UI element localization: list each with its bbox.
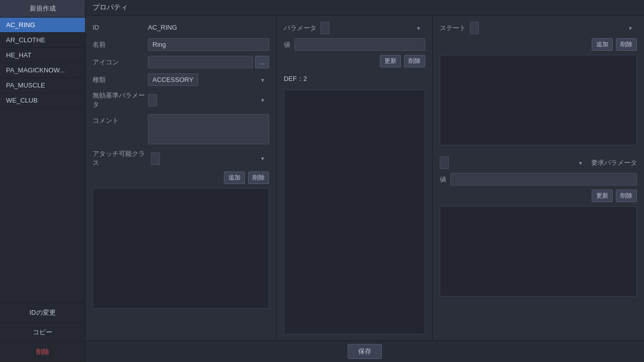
state-select[interactable]	[470, 22, 479, 34]
copy-button[interactable]: コピー	[0, 323, 85, 342]
main-content: プロパティ ID AC_RING 名前 アイコン	[86, 0, 644, 362]
save-button[interactable]: 保存	[348, 344, 382, 359]
type-select[interactable]: ACCESSORY	[148, 73, 198, 86]
param-value-label: 値	[284, 40, 290, 49]
icon-label: アイコン	[93, 58, 148, 67]
param-update-button[interactable]: 更新	[380, 55, 401, 67]
req-btn-row: 更新 削除	[440, 190, 637, 202]
comment-label: コメント	[93, 114, 148, 125]
req-value-label: 値	[440, 175, 446, 184]
param-label: パラメータ	[284, 24, 316, 33]
comment-row: コメント	[93, 114, 269, 144]
req-update-button[interactable]: 更新	[592, 190, 613, 202]
change-id-button[interactable]: IDの変更	[0, 303, 85, 323]
param-btn-row: 更新 削除	[284, 55, 425, 67]
type-row: 種類 ACCESSORY	[93, 73, 269, 86]
param-select-wrapper	[320, 22, 425, 34]
name-row: 名前	[93, 38, 269, 51]
req-param-label: 要求パラメータ	[591, 158, 637, 167]
type-select-wrapper: ACCESSORY	[148, 73, 269, 86]
sidebar-items: AC_RING AR_CLOTHE HE_HAT PA_MAGICKNOW...…	[0, 18, 85, 303]
param-value-input[interactable]	[294, 38, 425, 51]
state-add-button[interactable]: 追加	[592, 38, 613, 51]
bottom-bar: 保存	[86, 340, 644, 362]
attach-section: アタッチ可能クラス 追加 削除	[93, 149, 269, 309]
attach-list-box	[93, 188, 269, 309]
req-list-box	[440, 206, 637, 297]
delete-button[interactable]: 削除	[0, 342, 85, 362]
req-value-input[interactable]	[450, 173, 637, 186]
state-select-wrapper	[470, 22, 637, 34]
attach-row: アタッチ可能クラス	[93, 149, 269, 167]
page-title: プロパティ	[86, 0, 644, 16]
attach-delete-button[interactable]: 削除	[248, 171, 269, 184]
req-value-row: 値	[440, 173, 637, 186]
name-label: 名前	[93, 40, 148, 49]
sidebar-item-ac-ring[interactable]: AC_RING	[0, 18, 85, 33]
def-text: DEF：2	[284, 72, 425, 85]
id-label: ID	[93, 24, 148, 31]
req-delete-button[interactable]: 削除	[616, 190, 637, 202]
id-row: ID AC_RING	[93, 22, 269, 33]
state-label: ステート	[440, 24, 466, 33]
attach-label: アタッチ可能クラス	[93, 149, 148, 167]
icon-browse-button[interactable]: ...	[255, 56, 269, 68]
icon-field-group: ...	[148, 56, 269, 68]
icon-input[interactable]	[148, 56, 253, 68]
param-list-box	[284, 89, 425, 334]
content-area: ID AC_RING 名前 アイコン ...	[86, 16, 644, 340]
middle-panel: パラメータ 値 更新 削除	[277, 16, 433, 340]
sidebar-item-pa-magicknow[interactable]: PA_MAGICKNOW...	[0, 63, 85, 78]
attach-btn-row: 追加 削除	[93, 171, 269, 184]
attach-select[interactable]	[151, 152, 160, 165]
invalid-base-select[interactable]	[148, 94, 157, 107]
invalid-base-select-wrapper	[148, 94, 269, 107]
name-input[interactable]	[148, 38, 269, 51]
invalid-base-row: 無効基準パラメータ	[93, 91, 269, 109]
comment-input[interactable]	[148, 114, 269, 144]
sidebar-item-pa-muscle[interactable]: PA_MUSCLE	[0, 78, 85, 93]
param-header: パラメータ	[284, 22, 425, 34]
state-btn-row: 追加 削除	[440, 38, 637, 51]
param-select[interactable]	[320, 22, 330, 34]
type-label: 種類	[93, 75, 148, 84]
icon-row: アイコン ...	[93, 56, 269, 68]
sidebar-item-ar-clothe[interactable]: AR_CLOTHE	[0, 33, 85, 48]
state-delete-button[interactable]: 削除	[616, 38, 637, 51]
state-header: ステート	[440, 22, 637, 34]
param-delete-button[interactable]: 削除	[404, 55, 425, 67]
req-param-header: 要求パラメータ	[440, 156, 637, 169]
attach-select-wrapper	[151, 152, 269, 165]
right-panel: ステート 追加 削除	[433, 16, 644, 340]
req-param-select-wrapper	[440, 156, 587, 169]
attach-add-button[interactable]: 追加	[224, 171, 245, 184]
invalid-base-label: 無効基準パラメータ	[93, 91, 148, 109]
left-panel: ID AC_RING 名前 アイコン ...	[86, 16, 277, 340]
state-list-box	[440, 55, 637, 145]
req-param-select[interactable]	[440, 156, 449, 169]
req-param-section: 要求パラメータ 値 更新 削除	[440, 156, 637, 297]
sidebar-item-he-hat[interactable]: HE_HAT	[0, 48, 85, 63]
id-value: AC_RING	[148, 22, 177, 33]
param-value-row: 値	[284, 38, 425, 51]
sidebar: 新規作成 AC_RING AR_CLOTHE HE_HAT PA_MAGICKN…	[0, 0, 86, 362]
sidebar-item-we-club[interactable]: WE_CLUB	[0, 93, 85, 108]
sidebar-footer: IDの変更 コピー 削除	[0, 303, 85, 362]
new-button[interactable]: 新規作成	[0, 0, 85, 18]
